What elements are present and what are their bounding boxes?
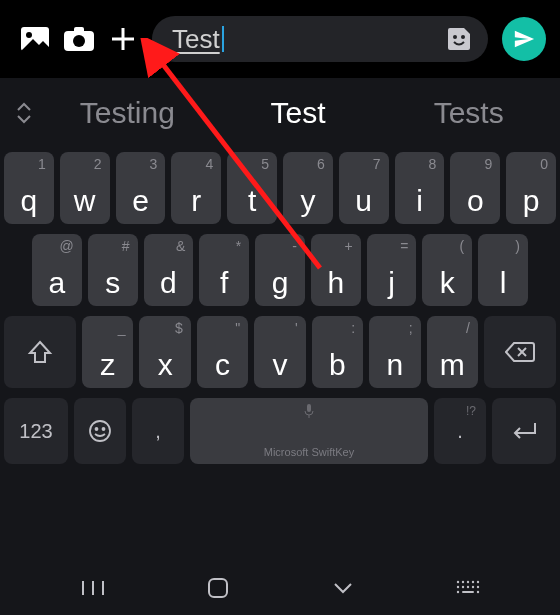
svg-point-22: [471, 581, 473, 583]
svg-point-31: [476, 591, 478, 593]
svg-rect-14: [307, 404, 311, 412]
period-label: .: [457, 420, 463, 443]
keyboard: Testing Test Tests 1q2w3e4r5t6y7u8i9o0p …: [0, 78, 560, 615]
key-n[interactable]: ;n: [369, 316, 420, 388]
key-j[interactable]: =j: [367, 234, 417, 306]
key-row-3: _z$x"c'v:b;n/m: [4, 316, 556, 388]
key-t[interactable]: 5t: [227, 152, 277, 224]
key-o[interactable]: 9o: [450, 152, 500, 224]
key-g[interactable]: -g: [255, 234, 305, 306]
period-key[interactable]: !? .: [434, 398, 486, 464]
key-y[interactable]: 6y: [283, 152, 333, 224]
numeric-key[interactable]: 123: [4, 398, 68, 464]
key-p[interactable]: 0p: [506, 152, 556, 224]
svg-point-20: [461, 581, 463, 583]
key-a[interactable]: @a: [32, 234, 82, 306]
enter-key[interactable]: [492, 398, 556, 464]
key-e[interactable]: 3e: [116, 152, 166, 224]
suggestion-center[interactable]: Test: [213, 96, 384, 130]
svg-point-7: [453, 35, 457, 39]
message-input-bar: Test: [0, 0, 560, 78]
suggestion-right[interactable]: Tests: [383, 96, 554, 130]
key-rows: 1q2w3e4r5t6y7u8i9o0p @a#s&d*f-g+h=j(k)l …: [0, 148, 560, 388]
key-x[interactable]: $x: [139, 316, 190, 388]
key-f[interactable]: *f: [199, 234, 249, 306]
svg-point-1: [26, 32, 32, 38]
key-c[interactable]: "c: [197, 316, 248, 388]
key-u[interactable]: 7u: [339, 152, 389, 224]
key-row-2: @a#s&d*f-g+h=j(k)l: [4, 234, 556, 306]
key-s[interactable]: #s: [88, 234, 138, 306]
svg-point-11: [90, 421, 110, 441]
svg-point-23: [476, 581, 478, 583]
key-d[interactable]: &d: [144, 234, 194, 306]
home-button[interactable]: [188, 577, 248, 599]
svg-point-26: [466, 586, 468, 588]
svg-point-19: [456, 581, 458, 583]
gallery-icon[interactable]: [20, 24, 50, 54]
svg-rect-3: [74, 27, 84, 33]
comma-label: ,: [155, 420, 161, 443]
expand-suggestions-icon[interactable]: [6, 101, 42, 125]
svg-point-25: [461, 586, 463, 588]
key-q[interactable]: 1q: [4, 152, 54, 224]
svg-rect-30: [462, 591, 474, 593]
suggestion-bar: Testing Test Tests: [0, 78, 560, 148]
svg-point-13: [103, 428, 105, 430]
key-b[interactable]: :b: [312, 316, 363, 388]
keyboard-switch-button[interactable]: [438, 579, 498, 597]
svg-rect-18: [209, 579, 227, 597]
back-button[interactable]: [313, 581, 373, 595]
period-sub: !?: [466, 404, 476, 418]
svg-point-24: [456, 586, 458, 588]
backspace-key[interactable]: [484, 316, 556, 388]
svg-point-21: [466, 581, 468, 583]
key-i[interactable]: 8i: [395, 152, 445, 224]
key-h[interactable]: +h: [311, 234, 361, 306]
input-text: Test: [172, 26, 224, 52]
mic-icon: [303, 404, 315, 421]
message-input[interactable]: Test: [152, 16, 488, 62]
svg-point-27: [471, 586, 473, 588]
svg-point-8: [461, 35, 465, 39]
key-row-bottom: 123 , Microsoft SwiftKey !? .: [0, 398, 560, 464]
key-k[interactable]: (k: [422, 234, 472, 306]
comma-key[interactable]: ,: [132, 398, 184, 464]
key-z[interactable]: _z: [82, 316, 133, 388]
key-w[interactable]: 2w: [60, 152, 110, 224]
recents-button[interactable]: [63, 579, 123, 597]
svg-point-12: [96, 428, 98, 430]
key-l[interactable]: )l: [478, 234, 528, 306]
send-button[interactable]: [502, 17, 546, 61]
key-row-1: 1q2w3e4r5t6y7u8i9o0p: [4, 152, 556, 224]
suggestion-left[interactable]: Testing: [42, 96, 213, 130]
camera-icon[interactable]: [64, 24, 94, 54]
svg-point-29: [456, 591, 458, 593]
key-m[interactable]: /m: [427, 316, 478, 388]
system-navbar: [0, 561, 560, 615]
plus-icon[interactable]: [108, 24, 138, 54]
spacebar[interactable]: Microsoft SwiftKey: [190, 398, 428, 464]
shift-key[interactable]: [4, 316, 76, 388]
key-v[interactable]: 'v: [254, 316, 305, 388]
emoji-key[interactable]: [74, 398, 126, 464]
key-r[interactable]: 4r: [171, 152, 221, 224]
keyboard-brand: Microsoft SwiftKey: [264, 446, 354, 458]
svg-point-4: [73, 35, 85, 47]
svg-point-28: [476, 586, 478, 588]
sticker-icon[interactable]: [444, 24, 474, 54]
